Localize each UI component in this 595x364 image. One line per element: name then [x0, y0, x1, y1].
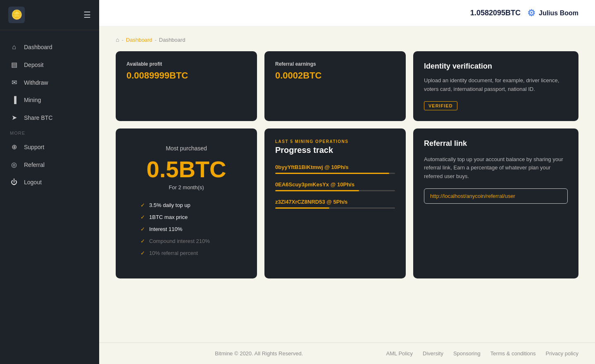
- breadcrumb-current: Dashboard: [159, 37, 186, 43]
- available-profit-card: Available profit 0.0089999BTC: [116, 51, 257, 121]
- mining-title: Progress track: [275, 145, 395, 155]
- identity-desc: Upload an identity document, for example…: [424, 76, 568, 94]
- mining-op-address-2: z3Zl47XrCZ8NRD53: [275, 199, 325, 205]
- plan-feature-1: ✓ 1BTC max price: [128, 214, 245, 220]
- logo-icon: 🪙: [8, 7, 25, 23]
- breadcrumb: ⌂ - Dashboard - Dashboard: [116, 36, 578, 43]
- plan-feature-label-2: Interest 110%: [149, 226, 182, 232]
- mining-op-rate-1: 10Ph/s: [337, 181, 355, 188]
- sidebar-label-referral: Referral: [24, 162, 45, 168]
- mining-subtitle: LAST 5 MINING OPERATIONS: [275, 139, 395, 144]
- identity-title: Identity verification: [424, 62, 568, 71]
- header-balance: 1.0582095BTC: [470, 9, 521, 17]
- mining-progress-fill-2: [275, 207, 329, 209]
- mining-op-address-0: 0byyYftB1BiKtmwj: [275, 164, 323, 170]
- referral-link-desc: Automatically top up your account balanc…: [424, 155, 568, 181]
- mining-op-at-0: @: [324, 164, 331, 170]
- plan-feature-label-1: 1BTC max price: [149, 214, 188, 220]
- sidebar-label-mining: Mining: [24, 97, 41, 103]
- user-avatar-icon: ⚙: [527, 8, 536, 19]
- logout-icon: ⏻: [10, 178, 18, 186]
- mining-op-at-1: @: [331, 181, 337, 188]
- sidebar-label-dashboard: Dashboard: [24, 44, 52, 50]
- mining-progress-fill-0: [275, 173, 389, 174]
- mining-op-1: 0EA6Scuy3pmKesYx @ 10Ph/s: [275, 181, 395, 191]
- plan-title: Most purchased: [128, 145, 245, 152]
- footer-link-aml[interactable]: AML Policy: [386, 350, 413, 357]
- sidebar-item-referral[interactable]: ◎ Referral: [0, 156, 99, 174]
- mining-op-rate-2: 5Ph/s: [333, 199, 348, 205]
- referral-earnings-card: Referral earnings 0.0002BTC: [264, 51, 406, 121]
- plan-feature-label-4: 10% referral percent: [149, 250, 198, 256]
- referral-link-title: Referral link: [424, 139, 568, 148]
- sidebar-item-dashboard[interactable]: ⌂ Dashboard: [0, 38, 99, 56]
- check-icon-0: ✓: [140, 202, 145, 208]
- main-content: 1.0582095BTC ⚙ Julius Boom ⌂ - Dashboard…: [99, 0, 595, 364]
- mining-op-0: 0byyYftB1BiKtmwj @ 10Ph/s: [275, 164, 395, 174]
- sidebar-item-deposit[interactable]: ▤ Deposit: [0, 56, 99, 74]
- check-icon-1: ✓: [140, 214, 145, 220]
- referral-earnings-value: 0.0002BTC: [275, 70, 395, 81]
- mining-op-label-2: z3Zl47XrCZ8NRD53 @ 5Ph/s: [275, 199, 395, 205]
- withdraw-icon: ✉: [10, 79, 18, 86]
- verified-badge: VERIFIED: [424, 101, 457, 110]
- sidebar-nav: ⌂ Dashboard ▤ Deposit ✉ Withdraw ▐ Minin…: [0, 30, 99, 364]
- page-content: ⌂ - Dashboard - Dashboard Available prof…: [99, 26, 595, 343]
- deposit-icon: ▤: [10, 61, 18, 69]
- sidebar-item-logout[interactable]: ⏻ Logout: [0, 174, 99, 191]
- mining-progress-fill-1: [275, 190, 359, 191]
- mining-op-at-2: @: [326, 199, 333, 205]
- plan-feature-label-0: 3.5% daily top up: [149, 202, 190, 208]
- check-icon-3: ✓: [140, 238, 145, 244]
- plan-feature-label-3: Compound interest 210%: [149, 238, 210, 244]
- hamburger-button[interactable]: ☰: [83, 10, 91, 20]
- plan-feature-0: ✓ 3.5% daily top up: [128, 202, 245, 208]
- check-icon-2: ✓: [140, 226, 145, 232]
- footer-link-diversity[interactable]: Diversity: [423, 350, 443, 357]
- sidebar-item-support[interactable]: ⊕ Support: [0, 138, 99, 156]
- mining-progress-bar-2: [275, 207, 395, 209]
- sidebar-item-mining[interactable]: ▐ Mining: [0, 91, 99, 109]
- breadcrumb-dashboard-link[interactable]: Dashboard: [126, 37, 152, 43]
- mining-progress-bar-1: [275, 190, 395, 191]
- footer-link-terms[interactable]: Terms & conditions: [490, 350, 536, 357]
- footer: Bitmine © 2020. All Rights Reserved. AML…: [99, 343, 595, 364]
- mining-op-label-1: 0EA6Scuy3pmKesYx @ 10Ph/s: [275, 181, 395, 188]
- plan-amount: 0.5BTC: [128, 156, 245, 183]
- dashboard-icon: ⌂: [10, 43, 18, 51]
- more-label: MORE: [0, 126, 99, 138]
- plan-duration: For 2 month(s): [128, 184, 245, 190]
- mining-progress-bar-0: [275, 173, 395, 174]
- sidebar-logo: 🪙 ☰: [0, 0, 99, 30]
- home-icon: ⌂: [116, 36, 119, 43]
- identity-card: Identity verification Upload an identity…: [413, 51, 578, 121]
- footer-links: AML Policy Diversity Sponsoring Terms & …: [386, 350, 578, 357]
- check-icon-4: ✓: [140, 250, 145, 256]
- referral-icon: ◎: [10, 161, 18, 169]
- referral-link-card: Referral link Automatically top up your …: [413, 128, 578, 278]
- sidebar-label-deposit: Deposit: [24, 62, 43, 68]
- plan-feature-2: ✓ Interest 110%: [128, 226, 245, 232]
- plan-feature-3: ✓ Compound interest 210%: [128, 238, 245, 244]
- header-username: Julius Boom: [539, 10, 578, 17]
- footer-copyright: Bitmine © 2020. All Rights Reserved.: [215, 350, 303, 357]
- footer-link-privacy[interactable]: Privacy policy: [546, 350, 578, 357]
- support-icon: ⊕: [10, 143, 18, 151]
- mining-op-2: z3Zl47XrCZ8NRD53 @ 5Ph/s: [275, 199, 395, 209]
- header-user: ⚙ Julius Boom: [527, 8, 578, 19]
- header: 1.0582095BTC ⚙ Julius Boom: [99, 0, 595, 26]
- mining-ops-card: LAST 5 MINING OPERATIONS Progress track …: [264, 128, 406, 278]
- profit-label: Available profit: [126, 61, 246, 67]
- plan-feature-4: ✓ 10% referral percent: [128, 250, 245, 256]
- sidebar-label-logout: Logout: [24, 179, 42, 186]
- mining-icon: ▐: [10, 96, 18, 104]
- bottom-cards-row: Most purchased 0.5BTC For 2 month(s) ✓ 3…: [116, 128, 578, 278]
- sidebar-label-share-btc: Share BTC: [24, 114, 52, 121]
- referral-link-value[interactable]: http://localhost/anycoin/referral/user: [424, 188, 568, 204]
- mining-op-rate-0: 10Ph/s: [331, 164, 349, 170]
- sidebar-item-share-btc[interactable]: ➤ Share BTC: [0, 109, 99, 126]
- profit-value: 0.0089999BTC: [126, 70, 246, 81]
- footer-link-sponsoring[interactable]: Sponsoring: [453, 350, 481, 357]
- share-btc-icon: ➤: [10, 114, 18, 121]
- sidebar-item-withdraw[interactable]: ✉ Withdraw: [0, 74, 99, 91]
